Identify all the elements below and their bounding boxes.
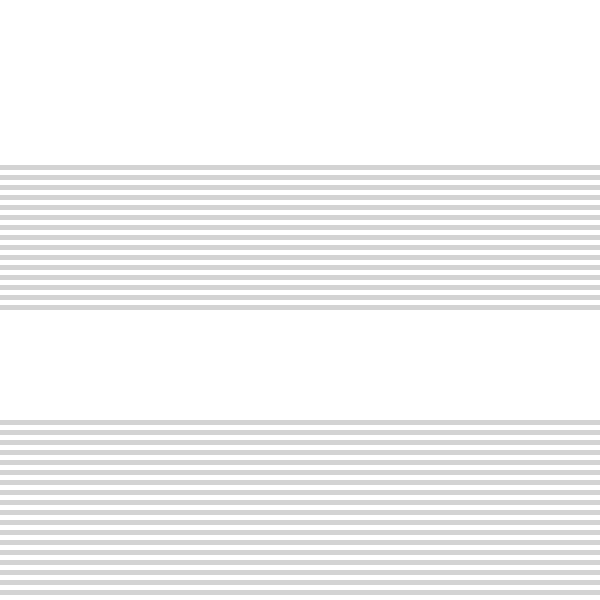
- decorative-stripe: [0, 560, 600, 565]
- decorative-stripe: [0, 235, 600, 240]
- decorative-stripe: [0, 275, 600, 280]
- decorative-stripe: [0, 175, 600, 180]
- decorative-stripe: [0, 245, 600, 250]
- decorative-stripe: [0, 570, 600, 575]
- decorative-stripe: [0, 265, 600, 270]
- decorative-stripe: [0, 590, 600, 595]
- decorative-stripe: [0, 215, 600, 220]
- decorative-stripe: [0, 470, 600, 475]
- decorative-stripe: [0, 540, 600, 545]
- decorative-stripe: [0, 460, 600, 465]
- decorative-stripe: [0, 520, 600, 525]
- decorative-stripe: [0, 450, 600, 455]
- decorative-stripe: [0, 225, 600, 230]
- decorative-stripe: [0, 305, 600, 310]
- decorative-stripe: [0, 420, 600, 425]
- decorative-stripe: [0, 480, 600, 485]
- decorative-stripe: [0, 205, 600, 210]
- decorative-stripe: [0, 295, 600, 300]
- decorative-stripe: [0, 430, 600, 435]
- decorative-stripe: [0, 550, 600, 555]
- decorative-stripe: [0, 490, 600, 495]
- stripe-band-bottom: [0, 420, 600, 600]
- decorative-stripe: [0, 165, 600, 170]
- decorative-stripe: [0, 255, 600, 260]
- decorative-stripe: [0, 440, 600, 445]
- decorative-stripe: [0, 500, 600, 505]
- decorative-stripe: [0, 285, 600, 290]
- stripe-band-middle: [0, 165, 600, 310]
- decorative-stripe: [0, 195, 600, 200]
- decorative-stripe: [0, 185, 600, 190]
- decorative-stripe: [0, 530, 600, 535]
- decorative-stripe: [0, 510, 600, 515]
- decorative-stripe: [0, 580, 600, 585]
